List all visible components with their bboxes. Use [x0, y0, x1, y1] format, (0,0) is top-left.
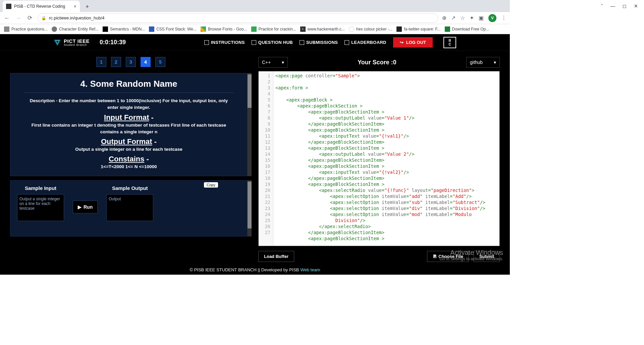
brand-line2: Student Branch: [64, 44, 90, 47]
constraints-heading: Constains: [109, 155, 144, 163]
main-split: 12345 4. Some Random Name Description - …: [0, 51, 510, 265]
scrollbar-thumb[interactable]: [248, 182, 252, 228]
sidepanel-icon[interactable]: ▣: [479, 15, 484, 21]
question-tabs: 12345: [10, 57, 252, 67]
nav-instructions[interactable]: INSTRUCTIONS: [204, 40, 245, 45]
bookmark-favicon: [4, 26, 9, 32]
bookmark-item[interactable]: Practice for crackin...: [251, 26, 296, 32]
scrollbar[interactable]: [248, 180, 252, 236]
question-tab-1[interactable]: 1: [96, 57, 106, 67]
code-area[interactable]: <apex:page controller="Sample"> <apex:fo…: [273, 71, 499, 246]
bookmark-label: CSS Font Stack: We...: [156, 27, 197, 31]
nav-back-button[interactable]: ←: [3, 15, 11, 21]
file-icon: 🖹: [433, 254, 437, 259]
load-buffer-button[interactable]: Load Buffer: [258, 251, 294, 262]
lock-icon: 🔒: [41, 16, 46, 20]
sample-output-box[interactable]: [106, 194, 153, 221]
question-description: Description - Enter the number between 1…: [24, 97, 234, 111]
bookmark-item[interactable]: hex colour picker -...: [349, 26, 392, 32]
bookmark-favicon: h: [300, 26, 306, 32]
sample-panel: Sample Input ▶Run Sample Output Copy: [10, 180, 248, 236]
output-format-body: Output a single integer on a line for ea…: [24, 146, 234, 153]
constraints-body: 1<=T<2000 1<= N <=10000: [24, 163, 234, 170]
bookmark-label: Semantics - MDN...: [110, 27, 145, 31]
sample-input-col: Sample Input: [17, 185, 64, 221]
timer: 0:0:10:39: [100, 39, 126, 46]
question-tab-5[interactable]: 5: [155, 57, 165, 67]
editor-topbar: C++▾ Your Score :0 github▾: [258, 57, 500, 68]
language-select[interactable]: C++▾: [258, 57, 288, 68]
question-panel: 4. Some Random Name Description - Enter …: [10, 73, 248, 176]
question-tab-2[interactable]: 2: [111, 57, 121, 67]
sample-input-box[interactable]: [17, 194, 64, 221]
footer-link[interactable]: Web team: [301, 267, 320, 272]
share-icon[interactable]: ↗: [451, 15, 455, 21]
theme-select[interactable]: github▾: [466, 57, 500, 68]
left-pane: 12345 4. Some Random Name Description - …: [0, 51, 255, 265]
bookmark-label: Practice for crackin...: [259, 27, 296, 31]
bookmark-item[interactable]: Character Entity Ref...: [52, 26, 99, 32]
new-tab-button[interactable]: +: [83, 2, 92, 11]
bookmarks-bar: Practice questions...Character Entity Re…: [0, 24, 510, 34]
score-display: Your Score :0: [292, 59, 462, 66]
bookmark-favicon: [349, 26, 354, 32]
bookmark-item[interactable]: fa-twitter-square: F...: [396, 26, 440, 32]
file-icon: [300, 40, 304, 45]
bookmark-label: Download Free Op...: [452, 27, 489, 31]
bookmark-item[interactable]: Download Free Op...: [445, 26, 489, 32]
nav-forward-button[interactable]: →: [15, 15, 22, 21]
browser-tab[interactable]: PISB - CTD Reverse Coding ×: [3, 1, 80, 12]
choose-file-button[interactable]: 🖹Choose File: [427, 251, 469, 262]
question-panel-wrap: 4. Some Random Name Description - Enter …: [10, 73, 252, 176]
bookmark-label: www.hackerearth.c...: [308, 27, 345, 31]
browser-chrome: PISB - CTD Reverse Coding × + ˅ — ◻ ✕ ← …: [0, 0, 510, 34]
addrbar-actions: ⊕ ↗ ☆ ✦ ▣ V ⋮: [442, 14, 506, 22]
input-format-heading: Input Format: [104, 113, 149, 122]
question-tab-3[interactable]: 3: [126, 57, 136, 67]
copy-button[interactable]: Copy: [204, 182, 218, 188]
bookmark-item[interactable]: hwww.hackerearth.c...: [300, 26, 345, 32]
url-input[interactable]: 🔒 rc.pictieee.in/question_hub/4: [38, 13, 438, 23]
brand: PICT IEEE Student Branch: [54, 39, 90, 47]
bookmark-favicon: [201, 26, 206, 32]
bookmark-favicon: [445, 26, 450, 32]
chevron-down-icon: ▾: [494, 60, 496, 65]
scrollbar-thumb[interactable]: [248, 74, 252, 108]
footer-text: © PISB IEEE STUDENT BRANCH || Developed …: [190, 267, 299, 272]
bookmark-item[interactable]: Browse Fonts - Goo...: [201, 26, 247, 32]
nav-submissions[interactable]: SUBMISSIONS: [300, 40, 338, 45]
nav-reload-button[interactable]: ⟳: [26, 14, 34, 21]
extensions-icon[interactable]: ✦: [470, 15, 474, 21]
rc-logo-icon: RC: [443, 37, 456, 48]
bookmark-item[interactable]: CSS Font Stack: We...: [149, 26, 197, 32]
profile-avatar[interactable]: V: [488, 14, 496, 22]
sample-output-col: Sample Output: [106, 185, 153, 221]
bookmark-favicon: [396, 26, 402, 32]
bookmark-item[interactable]: Semantics - MDN...: [103, 26, 145, 32]
brand-line1: PICT IEEE: [64, 39, 90, 44]
bookmark-star-icon[interactable]: ☆: [460, 15, 465, 21]
submit-button[interactable]: Submit: [474, 251, 500, 262]
menu-kebab-icon[interactable]: ⋮: [501, 15, 506, 21]
app-page: PICT IEEE Student Branch 0:0:10:39 INSTR…: [0, 34, 510, 275]
chevron-down-icon: ▾: [282, 60, 284, 65]
trophy-icon: [344, 40, 349, 45]
tab-favicon: [6, 4, 11, 9]
bookmark-label: fa-twitter-square: F...: [404, 27, 440, 31]
nav-question-hub[interactable]: QUESTION HUB: [252, 40, 293, 45]
question-title: 4. Some Random Name: [24, 79, 234, 89]
scrollbar[interactable]: [248, 73, 252, 176]
bookmark-favicon: [103, 26, 108, 32]
code-editor[interactable]: 1234567891011121314151617181920212223242…: [258, 71, 500, 246]
question-tab-4[interactable]: 4: [141, 57, 151, 67]
zoom-icon[interactable]: ⊕: [442, 15, 446, 21]
nav-leaderboard[interactable]: LEADERBOARD: [344, 40, 386, 45]
right-pane: C++▾ Your Score :0 github▾ 1234567891011…: [255, 51, 510, 265]
run-button[interactable]: ▶Run: [73, 201, 98, 213]
tab-strip: PISB - CTD Reverse Coding × + ˅ — ◻ ✕: [0, 0, 510, 12]
bookmark-item[interactable]: Practice questions...: [4, 26, 48, 32]
tab-close-icon[interactable]: ×: [74, 4, 76, 9]
logout-button[interactable]: ↪LOG OUT: [393, 37, 433, 48]
bookmark-label: Character Entity Ref...: [59, 27, 99, 31]
sample-input-label: Sample Input: [25, 185, 56, 191]
